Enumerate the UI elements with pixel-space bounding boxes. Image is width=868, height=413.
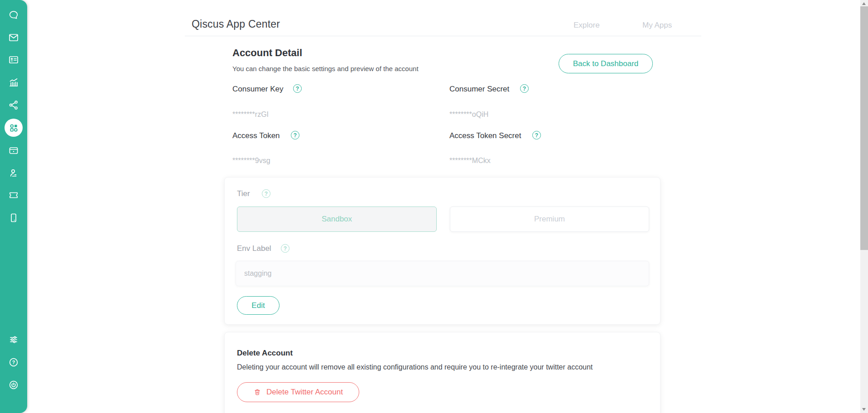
tier-card: Tier ? Sandbox Premium Env Label ? Edit: [224, 177, 661, 325]
svg-text:?: ?: [12, 360, 15, 365]
consumer-secret-value: ********oQiH: [449, 110, 488, 119]
tier-label: Tier: [237, 189, 250, 198]
nav-explore[interactable]: Explore: [574, 21, 600, 30]
sidebar-item-user[interactable]: [8, 168, 19, 178]
env-label: Env Label: [237, 244, 271, 253]
wallet-icon: [8, 145, 19, 156]
sidebar-item-mobile[interactable]: [8, 212, 19, 223]
env-label-help-icon[interactable]: ?: [281, 244, 289, 253]
sidebar-item-contacts[interactable]: [8, 54, 19, 65]
sidebar-item-wallet[interactable]: [8, 145, 19, 156]
trash-icon: [253, 388, 261, 396]
delete-account-description: Deleting your account will remove all ex…: [237, 363, 593, 371]
delete-twitter-account-button[interactable]: Delete Twitter Account: [237, 382, 359, 402]
access-token-help-icon[interactable]: ?: [291, 131, 299, 139]
qiscus-chat-icon: [8, 10, 19, 20]
analytics-icon: [8, 77, 19, 88]
sidebar-item-logout[interactable]: [8, 379, 19, 390]
scrollbar-thumb[interactable]: [860, 6, 868, 250]
scrollbar-up-arrow[interactable]: [862, 2, 866, 5]
page-title: Qiscus App Center: [192, 18, 280, 30]
section-title: Account Detail: [232, 47, 302, 59]
share-icon: [8, 100, 19, 110]
access-token-label: Access Token: [232, 131, 280, 140]
delete-account-card: Delete Account Deleting your account wil…: [224, 332, 661, 413]
user-icon: [8, 168, 19, 178]
power-icon: [8, 379, 19, 390]
sidebar-item-apps[interactable]: [5, 119, 23, 137]
edit-button[interactable]: Edit: [237, 296, 280, 315]
sidebar: ?: [0, 0, 27, 413]
sliders-icon: [8, 334, 19, 345]
delete-account-title: Delete Account: [237, 349, 293, 358]
access-token-value: ********9vsg: [232, 157, 270, 165]
consumer-key-label: Consumer Key: [232, 85, 283, 94]
consumer-secret-help-icon[interactable]: ?: [520, 84, 529, 93]
ticket-icon: [8, 190, 19, 201]
tier-option-premium[interactable]: Premium: [450, 206, 649, 232]
delete-twitter-account-label: Delete Twitter Account: [266, 388, 343, 397]
access-token-secret-value: ********MCkx: [449, 157, 491, 165]
header-divider: [185, 36, 701, 36]
consumer-key-help-icon[interactable]: ?: [293, 84, 302, 93]
env-label-input[interactable]: [236, 261, 649, 286]
sidebar-item-ticket[interactable]: [8, 190, 19, 201]
consumer-key-value: ********rzGI: [232, 110, 269, 119]
sidebar-item-settings[interactable]: [8, 334, 19, 345]
consumer-secret-label: Consumer Secret: [449, 85, 509, 94]
back-to-dashboard-button[interactable]: Back to Dashboard: [559, 54, 653, 73]
apps-icon: [8, 122, 19, 133]
tier-option-sandbox[interactable]: Sandbox: [237, 206, 437, 232]
help-icon: ?: [8, 357, 19, 368]
access-token-secret-help-icon[interactable]: ?: [532, 131, 541, 139]
mail-icon: [8, 32, 19, 43]
mobile-icon: [8, 212, 19, 223]
app-window: ? Qiscus App Center Explore My Apps Acco…: [0, 0, 868, 413]
sidebar-item-share[interactable]: [8, 100, 19, 110]
contact-card-icon: [8, 54, 19, 65]
sidebar-item-qiscus[interactable]: [8, 10, 19, 20]
sidebar-item-analytics[interactable]: [8, 77, 19, 88]
section-subtitle: You can change the basic settings and pr…: [232, 65, 419, 72]
tier-help-icon[interactable]: ?: [262, 189, 270, 198]
scrollbar-track[interactable]: [860, 0, 868, 413]
sidebar-item-mail[interactable]: [8, 32, 19, 43]
nav-my-apps[interactable]: My Apps: [642, 21, 672, 30]
scrollbar-down-arrow[interactable]: [862, 408, 866, 411]
sidebar-item-help[interactable]: ?: [8, 357, 19, 368]
access-token-secret-label: Access Token Secret: [449, 131, 521, 140]
